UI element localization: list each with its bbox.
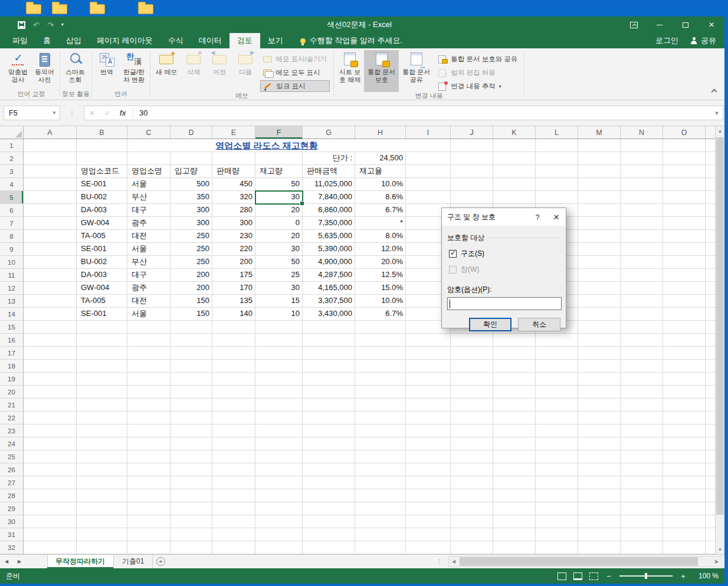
cell-E2[interactable] — [212, 152, 255, 165]
row-header-17[interactable]: 17 — [0, 347, 24, 360]
cell-E19[interactable] — [212, 373, 255, 386]
dialog-title-bar[interactable]: 구조 및 창 보호 ? ✕ — [442, 208, 566, 226]
cell-N27[interactable] — [621, 476, 663, 489]
cell-G14[interactable]: 3,430,000 — [303, 308, 355, 321]
cell-M24[interactable] — [578, 437, 621, 450]
cell-O4[interactable] — [663, 178, 706, 191]
cell-E26[interactable] — [212, 463, 255, 476]
row-header-25[interactable]: 25 — [0, 450, 24, 463]
qat-customize-icon[interactable]: ▾ — [61, 22, 64, 27]
cell-F31[interactable] — [255, 528, 303, 541]
row-header-16[interactable]: 16 — [0, 334, 24, 347]
column-header-A[interactable]: A — [24, 126, 77, 139]
cell-H17[interactable] — [355, 347, 406, 360]
cell-D8[interactable]: 250 — [170, 230, 212, 243]
cell-O25[interactable] — [663, 450, 706, 463]
cell-K1[interactable] — [493, 139, 536, 152]
scroll-down-icon[interactable]: ▼ — [716, 545, 724, 554]
hangul-hanja-button[interactable]: 한글/한자 변환 — [120, 50, 148, 90]
row-header-8[interactable]: 8 — [0, 230, 24, 243]
column-header-H[interactable]: H — [355, 126, 406, 139]
cell-D13[interactable]: 150 — [170, 295, 212, 308]
cell-N20[interactable] — [621, 386, 663, 399]
cell-J21[interactable] — [451, 399, 493, 411]
cell-A32[interactable] — [24, 541, 77, 554]
cell-C18[interactable] — [127, 360, 170, 373]
spelling-button[interactable]: 맞춤법검사 — [5, 50, 31, 90]
row-header-2[interactable]: 2 — [0, 152, 24, 165]
cell-C11[interactable]: 대구 — [127, 269, 170, 282]
cell-L17[interactable] — [536, 347, 578, 360]
cell-C32[interactable] — [127, 541, 170, 554]
cell-F30[interactable] — [255, 515, 303, 528]
sheet-title-cell[interactable]: 영업소별 라도스 재고현황 — [127, 139, 406, 152]
cell-A10[interactable] — [24, 256, 77, 269]
cell-G20[interactable] — [303, 386, 355, 399]
cell-N5[interactable] — [621, 191, 663, 204]
cell-J23[interactable] — [451, 424, 493, 437]
sheet-nav-right-icon[interactable]: ▶ — [13, 555, 26, 568]
cell-H22[interactable] — [355, 411, 406, 424]
cell-H6[interactable]: 6.7% — [355, 204, 406, 217]
tab-formulas[interactable]: 수식 — [160, 33, 191, 48]
cell-I18[interactable] — [406, 360, 451, 373]
cell-M26[interactable] — [578, 463, 621, 476]
cell-N16[interactable] — [621, 334, 663, 347]
cell-H26[interactable] — [355, 463, 406, 476]
cell-O5[interactable] — [663, 191, 706, 204]
cell-M18[interactable] — [578, 360, 621, 373]
cell-N8[interactable] — [621, 230, 663, 243]
cell-D31[interactable] — [170, 528, 212, 541]
cell-A30[interactable] — [24, 515, 77, 528]
cell-I2[interactable] — [406, 152, 451, 165]
cell-B1[interactable] — [77, 139, 127, 152]
cell-O7[interactable] — [663, 217, 706, 230]
cell-I24[interactable] — [406, 437, 451, 450]
cell-O13[interactable] — [663, 295, 706, 308]
cell-A24[interactable] — [24, 437, 77, 450]
cell-C19[interactable] — [127, 373, 170, 386]
cell-H5[interactable]: 8.6% — [355, 191, 406, 204]
cell-N21[interactable] — [621, 399, 663, 411]
cell-L18[interactable] — [536, 360, 578, 373]
row-header-15[interactable]: 15 — [0, 321, 24, 334]
cell-F29[interactable] — [255, 502, 303, 515]
scroll-left-icon[interactable]: ◀ — [449, 557, 458, 567]
cell-O14[interactable] — [663, 308, 706, 321]
cell-O29[interactable] — [663, 502, 706, 515]
cell-H15[interactable] — [355, 321, 406, 334]
cell-H28[interactable] — [355, 489, 406, 502]
cell-B20[interactable] — [77, 386, 127, 399]
cell-B11[interactable]: DA-003 — [77, 269, 127, 282]
cell-J32[interactable] — [451, 541, 493, 554]
cell-J16[interactable] — [451, 334, 493, 347]
cell-O21[interactable] — [663, 399, 706, 411]
cell-D17[interactable] — [170, 347, 212, 360]
cell-B31[interactable] — [77, 528, 127, 541]
cell-C10[interactable]: 부산 — [127, 256, 170, 269]
cell-E17[interactable] — [212, 347, 255, 360]
cell-O24[interactable] — [663, 437, 706, 450]
row-header-14[interactable]: 14 — [0, 308, 24, 321]
cell-E13[interactable]: 135 — [212, 295, 255, 308]
cell-F16[interactable] — [255, 334, 303, 347]
cell-H24[interactable] — [355, 437, 406, 450]
cell-I29[interactable] — [406, 502, 451, 515]
cell-H18[interactable] — [355, 360, 406, 373]
zoom-slider-handle[interactable] — [645, 573, 647, 579]
cell-D5[interactable]: 350 — [170, 191, 212, 204]
cell-G3[interactable]: 판매금액 — [303, 165, 355, 178]
sheet-tab-2[interactable]: 기출01 — [114, 555, 153, 568]
ok-button[interactable]: 확인 — [469, 318, 511, 331]
cell-L4[interactable] — [536, 178, 578, 191]
row-header-7[interactable]: 7 — [0, 217, 24, 230]
tab-home[interactable]: 홈 — [35, 33, 58, 48]
cell-A4[interactable] — [24, 178, 77, 191]
cell-C17[interactable] — [127, 347, 170, 360]
cell-G10[interactable]: 4,900,000 — [303, 256, 355, 269]
cell-H21[interactable] — [355, 399, 406, 411]
cell-B4[interactable]: SE-001 — [77, 178, 127, 191]
tab-data[interactable]: 데이터 — [191, 33, 229, 48]
cell-G4[interactable]: 11,025,000 — [303, 178, 355, 191]
save-icon[interactable] — [18, 21, 25, 29]
